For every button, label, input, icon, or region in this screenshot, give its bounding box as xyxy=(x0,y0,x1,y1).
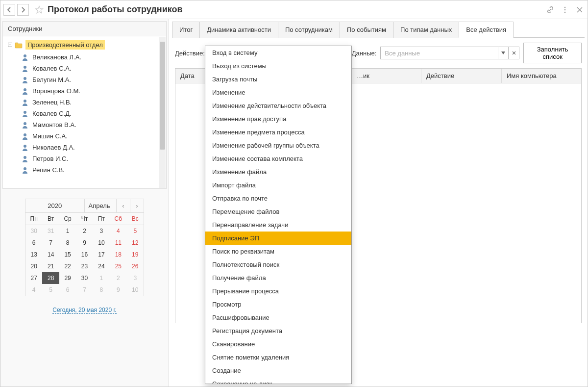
dropdown-item[interactable]: Полнотекстовый поиск xyxy=(205,258,351,271)
dropdown-item[interactable]: Импорт файла xyxy=(205,179,351,192)
calendar-day[interactable]: 8 xyxy=(93,284,110,296)
calendar-day[interactable]: 15 xyxy=(59,249,76,260)
tree-employee[interactable]: Ковалев С.Д. xyxy=(3,108,166,119)
grid-col-action[interactable]: Действие xyxy=(421,69,502,83)
calendar-day[interactable]: 18 xyxy=(110,249,126,260)
calendar-day[interactable]: 9 xyxy=(110,284,126,296)
more-icon[interactable] xyxy=(560,5,570,15)
calendar-day[interactable]: 30 xyxy=(76,272,93,284)
calendar-day[interactable]: 3 xyxy=(93,225,110,237)
calendar-day[interactable]: 22 xyxy=(59,260,76,272)
dropdown-item[interactable]: Сканирование xyxy=(205,337,351,351)
tree-employee[interactable]: Мамонтов В.А. xyxy=(3,119,166,130)
calendar-next[interactable]: › xyxy=(130,199,144,212)
dropdown-item[interactable]: Расшифровывание xyxy=(205,311,351,324)
calendar-day[interactable]: 12 xyxy=(127,237,144,249)
calendar-day[interactable]: 20 xyxy=(25,260,42,272)
dropdown-item[interactable]: Изменение рабочей группы объекта xyxy=(205,139,351,152)
tree-employee[interactable]: Николаев Д.А. xyxy=(3,142,166,153)
fill-list-button[interactable]: Заполнить список xyxy=(523,43,582,63)
dropdown-item[interactable]: Изменение предмета процесса xyxy=(205,126,351,139)
calendar-day[interactable]: 16 xyxy=(76,249,93,260)
dropdown-item[interactable]: Подписание ЭП xyxy=(205,232,351,245)
filter-data-input[interactable]: Все данные xyxy=(380,47,498,59)
calendar-day[interactable]: 27 xyxy=(25,272,42,284)
tree-employee[interactable]: Ковалев С.А. xyxy=(3,63,166,74)
tree-employee[interactable]: Репин С.В. xyxy=(3,164,166,176)
calendar-day[interactable]: 6 xyxy=(25,237,42,249)
calendar-day[interactable]: 13 xyxy=(25,249,42,260)
calendar-today-link[interactable]: Сегодня, 20 мая 2020 г. xyxy=(0,301,169,316)
tree-root[interactable]: Производственный отдел xyxy=(3,38,166,52)
calendar-day[interactable]: 5 xyxy=(42,284,59,296)
dropdown-item[interactable]: Отправка по почте xyxy=(205,192,351,205)
dropdown-item[interactable]: Создание xyxy=(205,364,351,377)
dropdown-item[interactable]: Перенаправление задачи xyxy=(205,218,351,232)
dropdown-item[interactable]: Изменение xyxy=(205,86,351,99)
calendar-day[interactable]: 9 xyxy=(76,237,93,249)
calendar-day[interactable]: 25 xyxy=(110,260,126,272)
tab-2[interactable]: По сотрудникам xyxy=(278,22,340,38)
calendar-day[interactable]: 11 xyxy=(110,237,126,249)
tree-employee[interactable]: Зеленец Н.В. xyxy=(3,97,166,108)
calendar-month[interactable]: Апрель xyxy=(85,199,117,212)
dropdown-item[interactable]: Получение файла xyxy=(205,271,351,284)
calendar-day[interactable]: 7 xyxy=(76,284,93,296)
calendar-day[interactable]: 2 xyxy=(110,272,126,284)
dropdown-item[interactable]: Перемещение файлов xyxy=(205,205,351,218)
dropdown-item[interactable]: Сохранение на диск xyxy=(205,377,351,384)
dropdown-item[interactable]: Просмотр xyxy=(205,298,351,311)
calendar-day[interactable]: 17 xyxy=(93,249,110,260)
grid-col-1[interactable]: …ик xyxy=(352,69,421,83)
close-icon[interactable] xyxy=(575,5,585,15)
dropdown-item[interactable]: Изменение действительности объекта xyxy=(205,99,351,112)
dropdown-item[interactable]: Загрузка почты xyxy=(205,73,351,86)
calendar-day[interactable]: 28 xyxy=(42,272,59,284)
calendar-day[interactable]: 6 xyxy=(59,284,76,296)
calendar-day[interactable]: 23 xyxy=(76,260,93,272)
dropdown-item[interactable]: Поиск по реквизитам xyxy=(205,245,351,258)
calendar-year[interactable]: 2020 xyxy=(25,199,85,212)
scrollbar-thumb[interactable] xyxy=(160,42,165,150)
calendar-day[interactable]: 1 xyxy=(59,225,76,237)
forward-button[interactable] xyxy=(17,4,29,16)
calendar-day[interactable]: 14 xyxy=(42,249,59,260)
tree-employee[interactable]: Белугин М.А. xyxy=(3,74,166,85)
tree-employee[interactable]: Воронцова О.М. xyxy=(3,85,166,97)
tree-scrollbar[interactable] xyxy=(159,37,166,188)
calendar-day[interactable]: 8 xyxy=(59,237,76,249)
calendar-day[interactable]: 10 xyxy=(93,237,110,249)
calendar-day[interactable]: 4 xyxy=(25,284,42,296)
calendar-prev[interactable]: ‹ xyxy=(116,199,130,212)
tab-5[interactable]: Все действия xyxy=(459,22,514,38)
dropdown-item[interactable]: Изменение файла xyxy=(205,165,351,179)
tree-employee[interactable]: Мишин С.А. xyxy=(3,130,166,142)
tree-employee[interactable]: Великанова Л.А. xyxy=(3,52,166,63)
calendar-day[interactable]: 10 xyxy=(127,284,144,296)
tab-1[interactable]: Динамика активности xyxy=(199,22,278,38)
calendar-day[interactable]: 21 xyxy=(42,260,59,272)
dropdown-item[interactable]: Снятие пометки удаления xyxy=(205,351,351,364)
calendar-day[interactable]: 31 xyxy=(42,225,59,237)
calendar-day[interactable]: 7 xyxy=(42,237,59,249)
tab-3[interactable]: По событиям xyxy=(340,22,393,38)
favorite-icon[interactable] xyxy=(34,4,45,15)
link-icon[interactable] xyxy=(545,5,555,15)
calendar-day[interactable]: 24 xyxy=(93,260,110,272)
grid-col-computer[interactable]: Имя компьютера xyxy=(502,69,581,83)
dropdown-item[interactable]: Вход в систему xyxy=(205,46,351,59)
dropdown-item[interactable]: Регистрация документа xyxy=(205,324,351,337)
tab-4[interactable]: По типам данных xyxy=(393,22,459,38)
dropdown-item[interactable]: Изменение прав доступа xyxy=(205,112,351,126)
calendar-day[interactable]: 29 xyxy=(59,272,76,284)
calendar-day[interactable]: 30 xyxy=(25,225,42,237)
back-button[interactable] xyxy=(3,4,15,16)
filter-data-dropdown-button[interactable] xyxy=(498,47,509,59)
dropdown-item[interactable]: Изменение состава комплекта xyxy=(205,152,351,165)
dropdown-item[interactable]: Выход из системы xyxy=(205,59,351,73)
dropdown-item[interactable]: Прерывание процесса xyxy=(205,284,351,298)
calendar-day[interactable]: 2 xyxy=(76,225,93,237)
filter-data-clear-button[interactable] xyxy=(509,47,519,59)
calendar-day[interactable]: 4 xyxy=(110,225,126,237)
tab-0[interactable]: Итог xyxy=(172,22,200,38)
